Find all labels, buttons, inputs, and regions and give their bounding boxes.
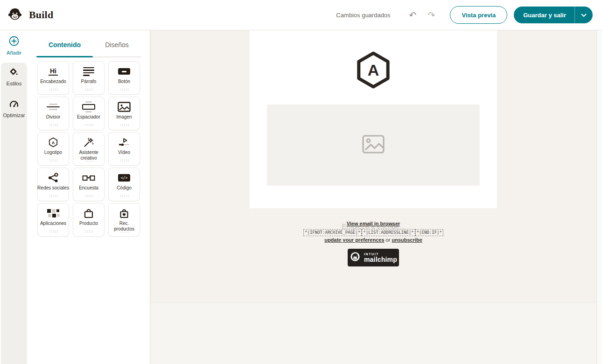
mailchimp-logo-icon[interactable] [7, 6, 23, 24]
header-actions: Cambios guardados ↶ ↷ Vista previa Guard… [336, 0, 593, 30]
preview-button[interactable]: Vista previa [450, 6, 507, 24]
badge-mailchimp-label: mailchimp [364, 256, 397, 263]
block-label: Rec. productos [112, 221, 136, 231]
block-label: Asistente creativo [77, 150, 101, 161]
video-icon [118, 137, 130, 148]
image-icon [118, 101, 131, 112]
paragraph-icon [83, 66, 94, 77]
block-card-paragraph[interactable]: Párrafo [73, 61, 105, 95]
block-label: Encabezado [40, 79, 66, 84]
drag-handle-icon[interactable] [49, 159, 58, 162]
merge-tags-row[interactable]: *|IFNOT:ARCHIVE_PAGE|**|LIST:ADDRESSLINE… [150, 227, 596, 236]
sidebar-rail: Añadir Estilos Optimizar [0, 30, 28, 364]
tab-label: Contenido [49, 41, 81, 49]
top-bar: Build Cambios guardados ↶ ↷ Vista previa… [0, 0, 602, 30]
page-title: Build [29, 9, 53, 21]
email-body[interactable]: A Empieza a escribir... [250, 30, 497, 208]
drag-handle-icon[interactable] [49, 124, 58, 126]
block-card-apps[interactable]: Aplicaciones [37, 203, 69, 237]
plus-circle-icon [8, 40, 20, 48]
chevron-down-icon [581, 11, 587, 19]
drag-handle-icon[interactable] [49, 230, 58, 233]
divider-icon [47, 101, 60, 112]
block-label: Espaciador [77, 114, 100, 120]
block-card-logo[interactable]: A Logotipo [37, 132, 69, 166]
drag-handle-icon[interactable] [120, 231, 129, 233]
email-builder-app: Build Cambios guardados ↶ ↷ Vista previa… [0, 0, 602, 364]
block-label: Párrafo [81, 79, 97, 84]
email-canvas: A Empieza a escribir... View email in br… [150, 30, 596, 364]
sidebar-item-optimize[interactable]: Optimizar [0, 99, 28, 118]
button-icon [118, 66, 130, 77]
block-label: Vídeo [118, 150, 130, 155]
block-card-product-recommendations[interactable]: Rec. productos [108, 203, 140, 237]
magic-wand-icon [83, 137, 94, 148]
drag-handle-icon[interactable] [84, 230, 93, 233]
share-icon [48, 172, 59, 183]
canvas-lower-area [150, 302, 596, 364]
preview-button-label: Vista previa [462, 12, 496, 19]
image-placeholder-icon [362, 135, 385, 155]
image-block-placeholder[interactable] [267, 105, 480, 186]
product-bag-icon [83, 208, 94, 219]
block-card-social[interactable]: Redes sociales [37, 168, 69, 201]
mailchimp-freddie-icon [350, 251, 361, 264]
survey-icon [82, 172, 95, 183]
merge-tag: *|END:IF|* [415, 229, 443, 236]
save-and-exit-split-button: Guardar y salir [514, 7, 593, 23]
mailchimp-referral-badge[interactable]: INTUIT mailchimp [348, 249, 399, 266]
save-options-dropdown[interactable] [575, 7, 593, 23]
save-button-label: Guardar y salir [523, 12, 566, 19]
block-label: Logotipo [44, 150, 62, 155]
drag-handle-icon[interactable] [84, 88, 93, 91]
block-card-code[interactable]: </> Código [108, 168, 140, 201]
block-card-button[interactable]: Botón [108, 61, 140, 95]
block-label: Producto [79, 221, 98, 226]
block-card-divider[interactable]: Divisor [37, 97, 69, 130]
block-card-spacer[interactable]: Espaciador [73, 97, 105, 130]
unsubscribe-link[interactable]: unsubscribe [392, 237, 422, 243]
undo-icon[interactable]: ↶ [409, 11, 417, 20]
drag-handle-icon[interactable] [120, 88, 129, 91]
update-preferences-link[interactable]: update your preferences [324, 237, 384, 243]
brand: Build [7, 6, 53, 24]
sidebar-item-add[interactable]: Añadir [0, 35, 28, 56]
drag-handle-icon[interactable] [49, 195, 58, 197]
view-in-browser-link[interactable]: View email in browser [347, 221, 400, 226]
block-label: Redes sociales [37, 185, 69, 191]
heading-icon: Hi [49, 66, 58, 77]
drag-handle-icon[interactable] [49, 88, 58, 91]
tab-label: Diseños [105, 41, 129, 49]
code-icon: </> [118, 172, 130, 183]
drag-handle-icon[interactable] [84, 161, 93, 162]
tab-layouts[interactable]: Diseños [93, 41, 141, 49]
block-card-video[interactable]: Vídeo [108, 132, 140, 166]
block-label: Encuesta [79, 185, 98, 191]
logo-block[interactable]: A [250, 50, 497, 90]
autosave-status: Cambios guardados [336, 12, 390, 19]
drag-handle-icon[interactable] [120, 124, 129, 126]
sidebar-item-styles[interactable]: Estilos [0, 67, 28, 86]
drag-handle-icon[interactable] [84, 195, 93, 197]
drag-handle-icon[interactable] [120, 159, 129, 162]
apps-icon [46, 208, 60, 219]
block-label: Botón [118, 79, 130, 84]
active-tab-indicator [36, 56, 93, 57]
save-and-exit-button[interactable]: Guardar y salir [514, 7, 574, 23]
tab-content[interactable]: Contenido [36, 41, 93, 49]
block-card-product[interactable]: Producto [73, 203, 105, 237]
redo-icon[interactable]: ↷ [428, 11, 435, 20]
block-card-image[interactable]: Imagen [108, 97, 140, 130]
brand-letter: A [368, 61, 379, 79]
block-card-creative-assistant[interactable]: Asistente creativo [73, 132, 105, 166]
block-card-survey[interactable]: Encuesta [73, 168, 105, 201]
block-card-heading[interactable]: Hi Encabezado [37, 61, 69, 95]
scrollbar-gutter[interactable] [596, 30, 602, 364]
spacer-icon [82, 101, 95, 112]
content-panel: Contenido Diseños Hi Encabezado Párrafo [28, 30, 150, 364]
paint-bucket-icon [9, 71, 19, 79]
drag-handle-icon[interactable] [120, 195, 129, 197]
sidebar-item-label: Estilos [0, 81, 28, 86]
drag-handle-icon[interactable] [84, 124, 93, 126]
merge-tag: *|LIST:ADDRESSLINE|* [362, 229, 415, 236]
